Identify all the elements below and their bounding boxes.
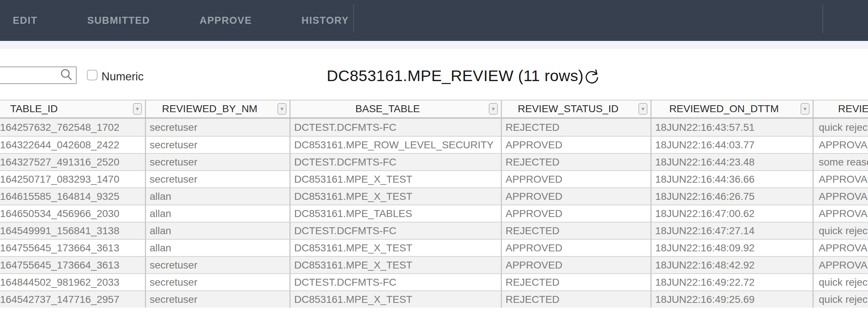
column-header-label: REVIEWED_ON_DTTM: [669, 103, 779, 115]
table-cell: REJECTED: [501, 273, 650, 290]
numeric-checkbox[interactable]: [87, 70, 97, 80]
column-filter-button[interactable]: ▼: [638, 103, 648, 115]
table-cell: REJECTED: [501, 119, 650, 136]
column-header[interactable]: REVIEWED_BY_NM ▼: [145, 100, 289, 117]
table-cell: 18JUN22:16:49:22.72: [650, 273, 813, 290]
table-cell: secretuser: [145, 119, 289, 136]
grid-header-row: TABLE_ID ▼ REVIEWED_BY_NM ▼ BASE_TABLE ▼…: [0, 100, 868, 119]
table-cell: APPROVAL: [813, 136, 868, 153]
table-cell: secretuser: [145, 256, 289, 273]
table-row[interactable]: 164542737_147716_2957secretuserDC853161.…: [0, 290, 868, 308]
table-cell: APPROVAL: [813, 239, 868, 256]
nav-tab[interactable]: APPROVE: [175, 15, 277, 26]
nav-divider: [822, 4, 823, 33]
table-cell: APPROVED: [501, 239, 650, 256]
table-cell: 164250717_083293_1470: [0, 170, 145, 187]
table-cell: APPROVAL: [813, 170, 868, 187]
table-cell: 18JUN22:16:49:25.69: [650, 290, 813, 308]
refresh-button[interactable]: [583, 68, 600, 85]
column-header-label: TABLE_ID: [10, 103, 58, 115]
table-cell: APPROVAL: [813, 205, 868, 222]
table-cell: 18JUN22:16:44:03.77: [650, 136, 813, 153]
table-row[interactable]: 164322644_042608_2422secretuserDC853161.…: [0, 136, 868, 153]
table-cell: REJECTED: [501, 290, 650, 308]
table-cell: secretuser: [145, 136, 289, 153]
grid-body: 164257632_762548_1702secretuserDCTEST.DC…: [0, 119, 868, 308]
table-cell: allan: [145, 222, 289, 239]
table-cell: secretuser: [145, 153, 289, 170]
table-cell: 18JUN22:16:44:23.48: [650, 153, 813, 170]
caret-down-icon: ▼: [491, 106, 496, 111]
nav-tab[interactable]: HISTORY: [277, 15, 374, 26]
refresh-icon: [583, 68, 600, 85]
table-row[interactable]: 164755645_173664_3613allanDC853161.MPE_X…: [0, 239, 868, 256]
table-cell: DC853161.MPE_ROW_LEVEL_SECURITY: [289, 136, 501, 153]
table-row[interactable]: 164327527_491316_2520secretuserDCTEST.DC…: [0, 153, 868, 170]
table-cell: APPROVED: [501, 136, 650, 153]
top-navbar: EDITSUBMITTEDAPPROVEHISTORY: [0, 0, 868, 41]
column-filter-button[interactable]: ▼: [277, 103, 287, 115]
nav-tabs: EDITSUBMITTEDAPPROVEHISTORY: [0, 0, 868, 41]
table-row[interactable]: 164844502_981962_2033secretuserDCTEST.DC…: [0, 273, 868, 290]
caret-down-icon: ▼: [280, 106, 285, 111]
table-cell: 18JUN22:16:46:26.75: [650, 187, 813, 205]
table-row[interactable]: 164250717_083293_1470secretuserDC853161.…: [0, 170, 868, 187]
table-cell: allan: [145, 239, 289, 256]
column-header[interactable]: REVIEWED_ON_DTTM ▼: [650, 100, 813, 117]
table-cell: quick reject: [813, 290, 868, 308]
column-header[interactable]: REVIEW: [813, 100, 868, 117]
nav-tab[interactable]: SUBMITTED: [62, 15, 175, 26]
column-filter-button[interactable]: ▼: [133, 103, 142, 115]
table-cell: allan: [145, 205, 289, 222]
search-input[interactable]: [0, 66, 77, 84]
table-cell: 164615585_164814_9325: [0, 187, 145, 205]
nav-tab[interactable]: EDIT: [0, 15, 62, 26]
table-cell: quick reject: [813, 119, 868, 136]
table-cell: APPROVAL: [813, 256, 868, 273]
table-row[interactable]: 164615585_164814_9325allanDC853161.MPE_X…: [0, 187, 868, 205]
table-cell: secretuser: [145, 290, 289, 308]
table-cell: 18JUN22:16:47:00.62: [650, 205, 813, 222]
table-cell: some reason: [813, 153, 868, 170]
table-cell: quick reject: [813, 222, 868, 239]
column-header[interactable]: REVIEW_STATUS_ID ▼: [501, 100, 650, 117]
table-cell: 164650534_456966_2030: [0, 205, 145, 222]
table-row[interactable]: 164755645_173664_3613secretuserDC853161.…: [0, 256, 868, 273]
table-cell: secretuser: [145, 170, 289, 187]
column-header-label: REVIEW: [838, 103, 868, 115]
nav-divider: [353, 4, 354, 33]
column-filter-button[interactable]: ▼: [489, 103, 498, 115]
table-cell: DC853161.MPE_X_TEST: [289, 187, 501, 205]
table-cell: allan: [145, 187, 289, 205]
table-cell: DC853161.MPE_X_TEST: [289, 239, 501, 256]
table-cell: REJECTED: [501, 153, 650, 170]
table-cell: quick reject: [813, 273, 868, 290]
table-cell: DC853161.MPE_X_TEST: [289, 170, 501, 187]
table-cell: DC853161.MPE_X_TEST: [289, 290, 501, 308]
table-cell: 164542737_147716_2957: [0, 290, 145, 308]
table-cell: APPROVED: [501, 205, 650, 222]
column-header[interactable]: TABLE_ID ▼: [0, 100, 145, 117]
table-cell: 18JUN22:16:47:27.14: [650, 222, 813, 239]
column-filter-button[interactable]: ▼: [800, 103, 810, 115]
table-row[interactable]: 164549991_156841_3138allanDCTEST.DCFMTS-…: [0, 222, 868, 239]
numeric-label[interactable]: Numeric: [101, 70, 143, 83]
table-cell: DC853161.MPE_X_TEST: [289, 256, 501, 273]
table-cell: DC853161.MPE_TABLES: [289, 205, 501, 222]
column-header[interactable]: BASE_TABLE ▼: [289, 100, 501, 117]
table-cell: 164755645_173664_3613: [0, 239, 145, 256]
table-cell: 18JUN22:16:43:57.51: [650, 119, 813, 136]
table-row[interactable]: 164257632_762548_1702secretuserDCTEST.DC…: [0, 119, 868, 136]
table-cell: DCTEST.DCFMTS-FC: [289, 153, 501, 170]
table-cell: DCTEST.DCFMTS-FC: [289, 119, 501, 136]
table-row[interactable]: 164650534_456966_2030allanDC853161.MPE_T…: [0, 205, 868, 222]
table-cell: DCTEST.DCFMTS-FC: [289, 273, 501, 290]
data-grid: TABLE_ID ▼ REVIEWED_BY_NM ▼ BASE_TABLE ▼…: [0, 100, 868, 308]
table-cell: 164327527_491316_2520: [0, 153, 145, 170]
table-cell: APPROVED: [501, 256, 650, 273]
column-header-label: BASE_TABLE: [356, 103, 420, 115]
caret-down-icon: ▼: [641, 106, 646, 111]
caret-down-icon: ▼: [135, 106, 140, 111]
table-cell: 164322644_042608_2422: [0, 136, 145, 153]
table-cell: 18JUN22:16:44:36.66: [650, 170, 813, 187]
